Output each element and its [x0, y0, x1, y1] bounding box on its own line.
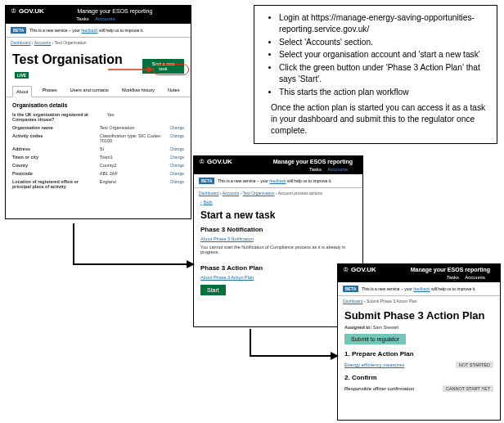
beta-banner: BETA This is a new service – your feedba…: [6, 24, 191, 38]
step-heading: 1. Prepare Action Plan: [338, 347, 500, 359]
primary-nav: Tasks Accounts: [194, 167, 362, 174]
change-link[interactable]: Change: [169, 155, 184, 160]
status-not-started: NOT STARTED: [456, 362, 493, 368]
breadcrumb: Dashboard › Submit Phase 3 Action Plan: [338, 296, 500, 306]
feedback-link[interactable]: feedback: [81, 28, 97, 33]
breadcrumb-dashboard[interactable]: Dashboard: [343, 299, 362, 304]
page-title: Start a new task: [194, 206, 362, 223]
status-cannot-start: CANNOT START YET: [443, 385, 493, 392]
detail-row: Activity codesClassification type: SIC C…: [6, 132, 191, 145]
detail-row: CountyCounty2Change: [6, 161, 191, 169]
instruction-item: Select 'Accounts' section.: [279, 37, 488, 48]
screenshot-submit-plan: ♔ GOV.UK Manage your ESOS reporting Task…: [337, 263, 501, 421]
govuk-header: ♔ GOV.UK Manage your ESOS reporting: [6, 6, 191, 16]
beta-tag: BETA: [199, 178, 214, 184]
service-title: Manage your ESOS reporting: [78, 8, 153, 14]
detail-row: Location of registered office or princip…: [6, 178, 191, 191]
tab-notes[interactable]: Notes: [164, 85, 182, 97]
detail-row: Town or cityTown1Change: [6, 153, 191, 161]
tab-about[interactable]: About: [12, 86, 32, 97]
crown-icon: ♔: [343, 266, 349, 273]
instruction-item: Login at https://manage-energy-saving-op…: [279, 12, 488, 35]
crown-icon: ♔: [11, 7, 16, 15]
flow-arrow-2: [242, 327, 340, 364]
change-link[interactable]: Change: [169, 179, 184, 189]
breadcrumb-accounts[interactable]: Accounts: [34, 40, 52, 45]
govuk-logo: GOV.UK: [19, 7, 44, 15]
about-action-plan-link[interactable]: About Phase 3 Action Plan: [200, 275, 254, 280]
nav-tasks[interactable]: Tasks: [76, 16, 88, 21]
tabs: About Phases Users and contacts Workflow…: [6, 85, 191, 97]
breadcrumb-current: Submit Phase 3 Action Plan: [367, 299, 417, 304]
change-link[interactable]: Change: [169, 133, 184, 143]
step-heading: 2. Confirm: [338, 371, 500, 383]
instruction-item: This starts the action plan workflow: [279, 87, 488, 98]
primary-nav: Tasks Accounts: [338, 275, 500, 282]
breadcrumb-current: Test Organisation: [55, 40, 87, 45]
change-link[interactable]: Change: [169, 163, 184, 168]
nav-accounts[interactable]: Accounts: [465, 275, 485, 280]
tab-workflow[interactable]: Workflow history: [119, 85, 158, 97]
status-tag-live: LIVE: [15, 72, 29, 79]
section-title: Organisation details: [6, 97, 191, 110]
service-title: Manage your ESOS reporting: [273, 159, 353, 164]
breadcrumb-dashboard[interactable]: Dashboard: [11, 40, 30, 45]
instruction-item: Click the green button under 'Phase 3 Ac…: [279, 62, 488, 85]
chevron-left-icon: ‹: [200, 200, 202, 205]
flow-arrow-1: [65, 219, 196, 272]
change-link[interactable]: Change: [169, 146, 184, 151]
page-title: Submit Phase 3 Action Plan: [338, 306, 500, 323]
beta-tag: BETA: [343, 286, 358, 292]
feedback-link[interactable]: feedback: [413, 286, 430, 291]
detail-row: PostcodeAB1 2AFChange: [6, 169, 191, 178]
detail-row: AddressStChange: [6, 145, 191, 153]
nav-accounts[interactable]: Accounts: [327, 167, 348, 172]
breadcrumb-current: Account process actions: [278, 191, 322, 196]
govuk-logo: GOV.UK: [351, 266, 376, 273]
change-link[interactable]: Change: [169, 171, 184, 176]
inline-note: You cannot start the Notification of Com…: [194, 243, 362, 256]
detail-row: Is the UK organisation registered at Com…: [6, 110, 191, 124]
breadcrumb-dashboard[interactable]: Dashboard: [199, 191, 218, 196]
beta-banner: BETA This is a new service – your feedba…: [194, 174, 362, 188]
task-link-measures[interactable]: Energy efficiency measures: [344, 362, 405, 367]
back-link[interactable]: ‹Back: [194, 198, 362, 206]
nav-tasks[interactable]: Tasks: [309, 167, 322, 172]
beta-text: This is a new service – your feedback wi…: [29, 28, 143, 33]
beta-tag: BETA: [11, 27, 26, 34]
breadcrumb-accounts[interactable]: Accounts: [223, 191, 240, 196]
svg-marker-2: [187, 260, 195, 268]
svg-marker-3: [331, 352, 339, 360]
service-title: Manage your ESOS reporting: [411, 267, 490, 272]
start-button[interactable]: Start: [200, 285, 226, 295]
instruction-footer: Once the action plan is started you can …: [271, 102, 488, 136]
feedback-link[interactable]: feedback: [269, 178, 286, 183]
tab-users[interactable]: Users and contacts: [67, 85, 112, 97]
nav-tasks[interactable]: Tasks: [447, 275, 459, 280]
red-highlight-oval: [153, 64, 189, 75]
beta-text: This is a new service – your feedback wi…: [362, 286, 475, 291]
govuk-logo: GOV.UK: [207, 158, 232, 165]
crown-icon: ♔: [199, 158, 205, 165]
task-row: Energy efficiency measures NOT STARTED: [338, 359, 500, 371]
change-link[interactable]: Change: [169, 125, 184, 130]
breadcrumb: Dashboard › Accounts › Test Organisation: [6, 38, 191, 47]
breadcrumb: Dashboard › Accounts › Test Organisation…: [194, 188, 362, 198]
screenshot-organisation: ♔ GOV.UK Manage your ESOS reporting Task…: [5, 5, 191, 219]
about-notification-link[interactable]: About Phase 3 Notification: [200, 236, 254, 241]
primary-nav: Tasks Accounts: [6, 16, 191, 24]
task-label-confirm: Responsible officer confirmation: [344, 386, 414, 391]
instruction-panel: Login at https://manage-energy-saving-op…: [254, 5, 497, 144]
assigned-to: Assigned to: Sam Stewart: [338, 323, 500, 331]
nav-accounts[interactable]: Accounts: [95, 16, 115, 21]
detail-row: Organisation nameTest OrganisationChange: [6, 124, 191, 132]
section-heading: Phase 3 Notification: [194, 223, 362, 235]
tab-phases[interactable]: Phases: [38, 85, 60, 97]
task-row: Responsible officer confirmation CANNOT …: [338, 383, 500, 394]
beta-banner: BETA This is a new service – your feedba…: [338, 282, 500, 296]
breadcrumb-org[interactable]: Test Organisation: [243, 191, 275, 196]
govuk-header: ♔ GOV.UK Manage your ESOS reporting: [194, 156, 362, 167]
instruction-item: Select your organisation account and 'st…: [279, 49, 488, 61]
submit-to-regulator-button[interactable]: Submit to regulator: [344, 334, 406, 344]
govuk-header: ♔ GOV.UK Manage your ESOS reporting: [338, 264, 500, 275]
